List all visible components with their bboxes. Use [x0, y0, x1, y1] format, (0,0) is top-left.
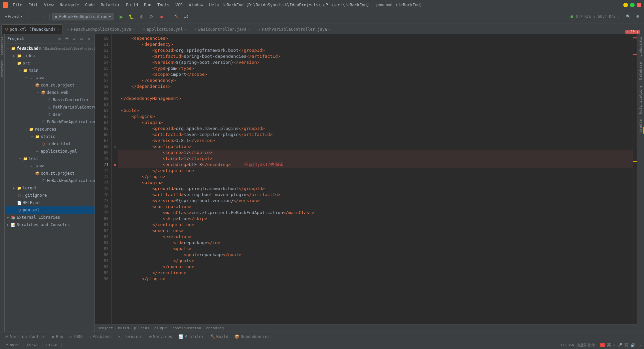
- tree-item-appyml[interactable]: ▶ ≡ application.yml: [5, 148, 95, 155]
- tree-arrow-java-test: ▾: [24, 164, 28, 168]
- tab-feBackEndApp-close[interactable]: ✕: [133, 27, 135, 31]
- maximize-button[interactable]: [630, 3, 635, 7]
- tree-item-pathVariableController[interactable]: ▶ C PathVariableController: [5, 104, 95, 111]
- breadcrumb-plugin[interactable]: plugin: [154, 326, 168, 330]
- sidebar-gear-btn[interactable]: ⚙: [56, 36, 62, 42]
- tree-item-target[interactable]: ▶ 📁 target: [5, 184, 95, 192]
- settings-btn[interactable]: ⚙: [634, 13, 641, 20]
- tab-appyml-close[interactable]: ✕: [184, 27, 186, 31]
- sidebar-list-btn[interactable]: ☰: [64, 36, 70, 42]
- bottom-tab-profiler[interactable]: 📊 Profiler: [176, 333, 207, 340]
- tree-item-scratches[interactable]: ▶ 📝 Scratches and Consoles: [5, 221, 95, 228]
- code-content[interactable]: <dependencies> <dependency> <groupId>org…: [118, 34, 633, 324]
- breadcrumb-plugins[interactable]: plugins: [134, 326, 149, 330]
- search-everywhere-btn[interactable]: 🔍: [624, 13, 633, 20]
- tab-basicController[interactable]: ☕ BasicController.java ✕: [191, 24, 254, 34]
- tab-pom-xml-close[interactable]: ✕: [57, 27, 59, 31]
- stop-button[interactable]: ■: [157, 13, 166, 21]
- bottom-tab-run[interactable]: ▶ Run: [49, 333, 66, 340]
- menu-code[interactable]: Code: [83, 2, 98, 8]
- bottom-tab-build[interactable]: 🔨 Build: [207, 333, 231, 340]
- menu-tools[interactable]: Tools: [155, 2, 172, 8]
- tree-item-com-zt-project[interactable]: ▾ 📦 com.zt.project: [5, 81, 95, 89]
- close-button[interactable]: [637, 3, 641, 7]
- toolbar-forward-btn[interactable]: →: [39, 14, 47, 20]
- tree-item-static[interactable]: ▾ 📁 static: [5, 133, 95, 140]
- menu-refactor[interactable]: Refactor: [98, 2, 123, 8]
- fold-icon[interactable]: ⊞: [112, 144, 118, 150]
- breadcrumb-build[interactable]: build: [118, 326, 129, 330]
- endpoints-panel-btn[interactable]: Endpoints: [637, 34, 644, 59]
- line-col-btn[interactable]: 69:47: [26, 341, 39, 349]
- menu-build[interactable]: Build: [123, 2, 141, 8]
- breadcrumb-configuration[interactable]: configuration: [172, 326, 201, 330]
- tree-item-idea[interactable]: ▶ 📁 .idea: [5, 52, 95, 59]
- sidebar-close-btn[interactable]: ✕: [86, 36, 92, 42]
- menu-help[interactable]: Help: [206, 2, 221, 8]
- code-line-67: <version>3.8.1</version>: [118, 138, 633, 144]
- tab-feBackEndApplication[interactable]: ☕ FeBackEndApplication.java ✕: [63, 24, 139, 34]
- run-config-selector[interactable]: ▶ FeBackEndApplication ▾: [52, 13, 114, 20]
- bottom-tab-services[interactable]: ⚙ Services: [147, 333, 175, 340]
- tree-item-com-zt-test[interactable]: ▾ 📦 com.zt.project: [5, 170, 95, 177]
- structure-panel-btn[interactable]: Structure: [0, 57, 5, 81]
- bottom-tab-todo[interactable]: ☑ TODO: [66, 333, 85, 340]
- run-button[interactable]: ▶: [117, 13, 126, 21]
- menu-navigate[interactable]: Navigate: [57, 2, 82, 8]
- debug-button[interactable]: 🐛: [127, 13, 136, 21]
- code-line-77: <version>${spring-boot.version}</version…: [118, 198, 633, 204]
- menu-window[interactable]: Window: [186, 2, 206, 8]
- tree-item-feBackEnd[interactable]: ▾ 📁 feBackEnd D:\BaiduSyncdisk\IdeaProje…: [5, 45, 95, 52]
- profile-button[interactable]: ⟳: [147, 13, 156, 21]
- tree-item-resources[interactable]: ▾ 📁 resources: [5, 126, 95, 133]
- bottom-tab-problems[interactable]: ⚠ Problems: [86, 333, 114, 340]
- profiler-icon: 📊: [178, 334, 183, 339]
- bottom-tab-dependencies[interactable]: 📦 Dependencies: [232, 333, 273, 340]
- build-btn[interactable]: 🔨: [172, 13, 181, 20]
- git-branch-btn[interactable]: ⎇ main: [3, 341, 20, 349]
- minimize-button[interactable]: [623, 3, 628, 7]
- tree-item-external-libs[interactable]: ▶ 📚 External Libraries: [5, 214, 95, 221]
- tab-pathvar-close[interactable]: ✕: [329, 27, 331, 31]
- bottom-tab-terminal[interactable]: >_ Terminal: [115, 333, 146, 340]
- bookmarks-panel-btn[interactable]: Bookmarks: [0, 34, 5, 57]
- sidebar-expand-btn[interactable]: ⊞: [71, 36, 77, 42]
- menu-run[interactable]: Run: [141, 2, 154, 8]
- bottom-tab-version-control[interactable]: ⎇ Version Control: [1, 333, 49, 340]
- encoding-btn[interactable]: UTF-8: [45, 341, 59, 349]
- tree-item-user[interactable]: ▶ C User: [5, 111, 95, 118]
- tab-basicctrl-close[interactable]: ✕: [248, 27, 250, 31]
- database-panel-btn[interactable]: Database: [637, 59, 644, 82]
- tree-item-gitignore[interactable]: ▶ ⬡ .gitignore: [5, 192, 95, 199]
- tree-item-feBackEndApp[interactable]: ▶ C FeBackEndApplication: [5, 118, 95, 126]
- tree-item-src[interactable]: ▾ 📁 src: [5, 59, 95, 67]
- tree-arrow-static: ▾: [30, 135, 34, 139]
- toolbar-project-btn[interactable]: ≡ Project ▾: [3, 13, 24, 20]
- code-editor[interactable]: 50 51 52 53 54 55 56 57 58 59 60 61 62 6…: [95, 34, 637, 324]
- tree-item-java-main[interactable]: ▾ ☕ java: [5, 74, 95, 81]
- menu-view[interactable]: View: [41, 2, 56, 8]
- coverage-button[interactable]: ⊕: [137, 13, 146, 21]
- breadcrumb-project[interactable]: project: [98, 326, 113, 330]
- tree-item-feBackEndTests[interactable]: ▶ C FeBackEndApplicationTests: [5, 177, 95, 184]
- menu-vcs[interactable]: VCS: [173, 2, 185, 8]
- tree-item-helpmd[interactable]: ▶ 📄 HELP.md: [5, 199, 95, 206]
- notifications-panel-btn[interactable]: Notifications: [637, 82, 644, 117]
- warning-count-badge[interactable]: ⚠ 10 ▾: [625, 30, 640, 34]
- tree-item-main[interactable]: ▾ 📁 main: [5, 67, 95, 74]
- tree-item-indexhtml[interactable]: ▶ ⬡ index.html: [5, 140, 95, 148]
- sidebar-collapse-btn[interactable]: ⊟: [78, 36, 85, 42]
- breadcrumb-encoding[interactable]: encoding: [206, 326, 224, 330]
- menu-file[interactable]: File: [10, 2, 25, 8]
- tree-item-test[interactable]: ▾ 📁 test: [5, 155, 95, 162]
- tab-pathVariableController[interactable]: ☕ PathVariableController.java ✕: [255, 24, 334, 34]
- tab-application-yml[interactable]: ≡ application.yml ✕: [139, 24, 190, 34]
- menu-edit[interactable]: Edit: [26, 2, 41, 8]
- tree-item-demos-web[interactable]: ▾ 📦 demos.web: [5, 89, 95, 96]
- tree-item-java-test[interactable]: ▾ ☕ java: [5, 162, 95, 170]
- tab-pom-xml[interactable]: ⬡ pom.xml (feBackEnd) ✕: [1, 24, 63, 34]
- git-btn[interactable]: ⎇: [182, 13, 190, 20]
- toolbar-back-btn[interactable]: ←: [30, 14, 38, 20]
- tree-item-pomxml[interactable]: ▶ ⬡ pom.xml: [5, 206, 95, 214]
- tree-item-basicController[interactable]: ▶ C BasicController: [5, 96, 95, 104]
